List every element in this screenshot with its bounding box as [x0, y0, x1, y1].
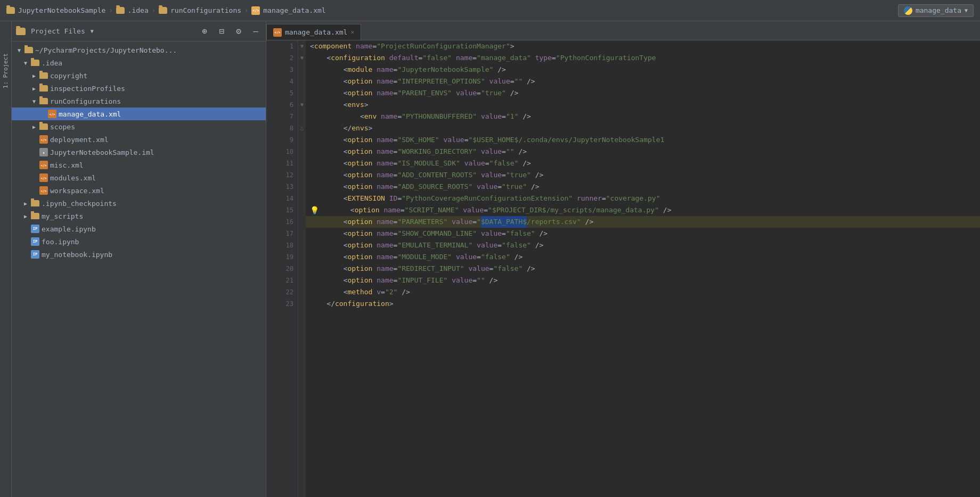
l11-v1: "IS_MODULE_SDK": [397, 158, 460, 169]
run-config-button[interactable]: manage_data ▼: [898, 4, 974, 17]
l13-b2: />: [531, 181, 540, 193]
side-tab[interactable]: 1: Project: [0, 21, 12, 497]
l15-v1: "SCRIPT_NAME": [405, 204, 459, 216]
sidebar-item-runconfigs[interactable]: runConfigurations: [12, 95, 266, 107]
breadcrumb-idea[interactable]: .idea: [128, 6, 149, 14]
l16-b1: <: [344, 216, 348, 228]
fold-1[interactable]: ▼: [298, 40, 306, 52]
l21-indent: [310, 275, 344, 286]
l13-sp3: [527, 181, 531, 193]
run-config-label: manage_data: [916, 6, 961, 14]
l19-eq1: =: [394, 251, 398, 263]
l10-eq1: =: [394, 146, 398, 158]
breadcrumb-project[interactable]: JupyterNotebookSample: [18, 6, 105, 14]
l21-sp1: [372, 275, 377, 286]
minimize-button[interactable]: —: [250, 26, 262, 37]
sidebar-item-checkpoints[interactable]: .ipynb_checkpoints: [12, 197, 266, 210]
l14-eq1: =: [397, 193, 402, 204]
breadcrumb-runconfigs[interactable]: runConfigurations: [170, 6, 241, 14]
sidebar-item-misc-xml[interactable]: </> misc.xml: [12, 159, 266, 171]
sidebar-item-inspection[interactable]: inspectionProfiles: [12, 82, 266, 95]
l2-eq1: =: [419, 52, 423, 64]
l19-sp2: [452, 251, 456, 263]
breadcrumb-sep-2: ›: [152, 7, 156, 14]
fold-16: [298, 216, 306, 228]
line-num-5: 5: [279, 87, 293, 99]
l16-rest-val: /reports.csv": [527, 216, 581, 228]
l17-b1: <: [344, 228, 348, 239]
l5-v1: "PARENT_ENVS": [397, 87, 452, 99]
sidebar-item-iml[interactable]: ▪ JupyterNotebookSample.iml: [12, 146, 266, 159]
l14-a1: ID: [389, 193, 398, 204]
l18-b1: <: [344, 239, 348, 251]
sidebar-item-idea[interactable]: .idea: [12, 56, 266, 69]
project-dropdown-icon[interactable]: ▼: [91, 28, 94, 34]
filter-button[interactable]: ⊟: [216, 26, 227, 37]
l18-sp1: [372, 239, 377, 251]
l17-sp3: [535, 228, 540, 239]
fold-8[interactable]: △: [298, 122, 306, 134]
settings-button[interactable]: ⚙: [233, 26, 244, 37]
l17-eq2: =: [502, 228, 506, 239]
sidebar-item-my-notebook-ipynb[interactable]: IP my_notebook.ipynb: [12, 248, 266, 261]
sidebar-item-modules-xml[interactable]: </> modules.xml: [12, 171, 266, 184]
manage-xml-file-icon: </>: [48, 110, 56, 118]
code-line-18: <option name="EMULATE_TERMINAL" value="f…: [306, 239, 980, 251]
l19-eq2: =: [477, 251, 481, 263]
line-num-19: 19: [279, 251, 293, 263]
sidebar-item-copyright[interactable]: copyright: [12, 69, 266, 82]
line-num-13: 13: [279, 181, 293, 193]
sidebar-item-scopes[interactable]: scopes: [12, 120, 266, 133]
fold-2[interactable]: ▼: [298, 52, 306, 64]
l4-v2: "": [514, 76, 523, 87]
code-line-5: <option name="PARENT_ENVS" value="true" …: [306, 87, 980, 99]
code-content[interactable]: <component name="ProjectRunConfiguration…: [306, 40, 980, 497]
run-config-dropdown-icon[interactable]: ▼: [965, 7, 968, 13]
fold-6[interactable]: ▼: [298, 99, 306, 111]
sidebar-item-manage-data-xml[interactable]: </> manage_data.xml: [12, 107, 266, 120]
copyright-folder-icon: [39, 72, 48, 79]
l4-sp2: [485, 76, 489, 87]
sidebar-item-deployment-xml[interactable]: </> deployment.xml: [12, 133, 266, 146]
sidebar-item-my-scripts[interactable]: my_scripts: [12, 210, 266, 222]
l17-indent: [310, 228, 344, 239]
breadcrumb-file[interactable]: manage_data.xml: [263, 6, 325, 14]
fold-18: [298, 239, 306, 251]
project-panel: Project Files ▼ ⊕ ⊟ ⚙ — ~/PycharmProject…: [12, 21, 266, 497]
l15-tag: option: [355, 204, 380, 216]
l13-eq2: =: [497, 181, 502, 193]
l11-b2: />: [522, 158, 531, 169]
l1-tag: component: [314, 40, 352, 52]
code-editor[interactable]: 1 2 3 4 5 6 7 8 9 10 11 12 13 14 15 16 1…: [266, 40, 980, 497]
code-line-16: <option name="PARAMETERS" value="$DATA_P…: [306, 216, 980, 228]
tab-close-button[interactable]: ×: [350, 29, 354, 36]
l19-a2: value: [456, 251, 477, 263]
sidebar-item-example-ipynb[interactable]: IP example.ipynb: [12, 222, 266, 235]
sidebar-item-workspace-xml[interactable]: </> workspace.xml: [12, 184, 266, 197]
line-num-20: 20: [279, 263, 293, 275]
l13-sp2: [472, 181, 477, 193]
tab-manage-data-xml[interactable]: </> manage_data.xml ×: [266, 24, 361, 40]
l21-tag: option: [347, 275, 372, 286]
l19-v2: "false": [481, 251, 510, 263]
l9-eq1: =: [394, 134, 398, 146]
l7-v2: "1": [506, 111, 518, 122]
l19-b2: />: [514, 251, 523, 263]
l10-a1: name: [377, 146, 393, 158]
l1-bracket1: <: [310, 40, 314, 52]
l3-v1: "JupyterNotebookSample": [397, 64, 493, 76]
l14-indent: [310, 193, 344, 204]
code-line-2: <configuration default="false" name="man…: [306, 52, 980, 64]
bulb-icon-15[interactable]: 💡: [310, 204, 319, 216]
add-button[interactable]: ⊕: [199, 26, 210, 37]
l21-a2: value: [452, 275, 472, 286]
l5-a2: value: [456, 87, 477, 99]
sidebar-item-foo-ipynb[interactable]: IP foo.ipynb: [12, 235, 266, 248]
l2-sp3: [531, 52, 535, 64]
tree-root[interactable]: ~/PycharmProjects/JupyterNotebo...: [12, 44, 266, 56]
l4-tag: option: [347, 76, 372, 87]
l4-b1: <: [344, 76, 348, 87]
l9-v1: "SDK_HOME": [397, 134, 439, 146]
checkpoints-folder-icon: [31, 200, 39, 206]
l22-tag: method: [347, 286, 372, 298]
